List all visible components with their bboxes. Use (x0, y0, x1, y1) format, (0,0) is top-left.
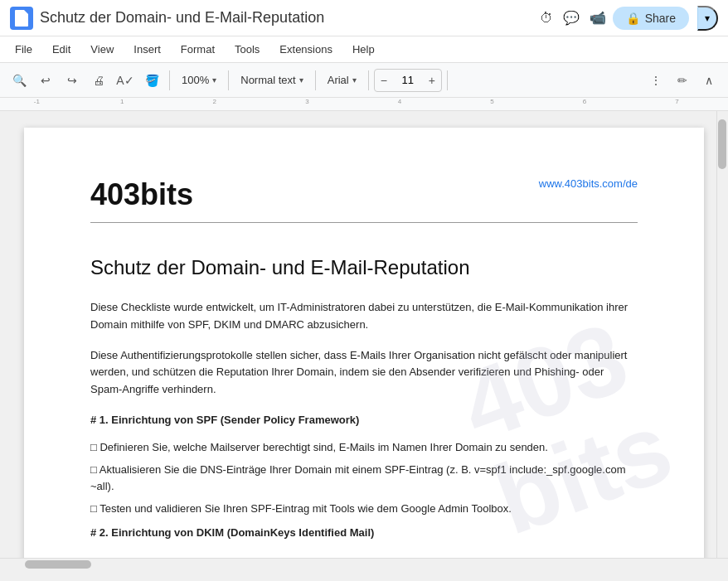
ruler: -1 1 2 3 4 5 6 7 (0, 98, 728, 111)
menu-help[interactable]: Help (344, 40, 383, 59)
ruler-mark-7: 7 (675, 98, 678, 105)
share-label: Share (645, 12, 676, 25)
title-icons: ⏱ 💬 📹 (540, 10, 606, 26)
toolbar-separator-2 (228, 70, 229, 90)
ruler-mark-1: 1 (120, 98, 124, 105)
undo-button[interactable]: ↩ (33, 68, 58, 93)
title-bar: Schutz der Domain- und E-Mail-Reputation… (0, 0, 728, 36)
history-icon[interactable]: ⏱ (540, 11, 553, 26)
more-options-button[interactable]: ⋮ (643, 68, 668, 93)
font-label: Arial (328, 74, 349, 86)
font-size-input[interactable] (393, 74, 423, 86)
ruler-mark-4: 4 (398, 98, 401, 105)
toolbar-separator-1 (169, 70, 170, 90)
ruler-mark-6: 6 (583, 98, 586, 105)
menu-bar: File Edit View Insert Format Tools Exten… (0, 36, 728, 63)
print-button[interactable]: 🖨 (86, 68, 111, 93)
toolbar-separator-5 (447, 70, 448, 90)
collapse-toolbar-button[interactable]: ∧ (696, 68, 721, 93)
spf-item-3-text: □ Testen und validieren Sie Ihren SPF-Ei… (90, 501, 512, 518)
section-2-heading: # 2. Einrichtung von DKIM (DomainKeys Id… (90, 525, 638, 542)
spf-item-2: □ Aktualisieren Sie die DNS-Einträge Ihr… (90, 462, 638, 496)
zoom-dropdown[interactable]: 100% ▾ (175, 68, 223, 93)
style-dropdown[interactable]: Normal text ▾ (234, 68, 309, 93)
menu-edit[interactable]: Edit (44, 40, 79, 59)
chat-icon[interactable]: 💬 (563, 10, 580, 26)
paint-format-button[interactable]: 🪣 (139, 68, 164, 93)
zoom-arrow: ▾ (212, 75, 216, 85)
scrollbar-vertical-thumb[interactable] (718, 119, 726, 169)
ruler-mark-2: 2 (213, 98, 216, 105)
ruler-mark-5: 5 (490, 98, 493, 105)
document-header: 403bits www.403bits.com/de (90, 177, 638, 223)
scrollbar-horizontal[interactable] (0, 558, 728, 569)
menu-format[interactable]: Format (172, 40, 223, 59)
search-toolbar-btn[interactable]: 🔍 (7, 68, 32, 93)
toolbar: 🔍 ↩ ↪ 🖨 A✓ 🪣 100% ▾ Normal text ▾ Arial … (0, 63, 728, 98)
document-link[interactable]: www.403bits.com/de (539, 177, 638, 190)
redo-button[interactable]: ↪ (60, 68, 85, 93)
document-title: Schutz der Domain- und E-Mail-Reputation (40, 9, 533, 27)
spf-item-2-text: □ Aktualisieren Sie die DNS-Einträge Ihr… (90, 462, 638, 496)
scrollbar-horizontal-thumb[interactable] (25, 560, 91, 569)
zoom-value: 100% (182, 74, 209, 86)
document-page: 403bits 403bits www.403bits.com/de Schut… (24, 128, 704, 569)
font-size-decrease-button[interactable]: − (375, 69, 393, 92)
menu-insert[interactable]: Insert (125, 40, 169, 59)
font-arrow: ▾ (352, 75, 357, 85)
ruler-mark-0: -1 (34, 98, 40, 105)
scrollbar-vertical[interactable] (716, 111, 728, 569)
spellcheck-button[interactable]: A✓ (113, 68, 138, 93)
document-body: Diese Checkliste wurde entwickelt, um IT… (90, 299, 638, 542)
spf-item-1-text: □ Definieren Sie, welche Mailserver bere… (90, 439, 548, 457)
menu-file[interactable]: File (7, 40, 41, 59)
paragraph-1: Diese Checkliste wurde entwickelt, um IT… (90, 299, 638, 334)
app-icon (10, 7, 33, 30)
toolbar-separator-4 (368, 70, 369, 90)
document-area: 403bits 403bits www.403bits.com/de Schut… (0, 111, 728, 569)
toolbar-separator-3 (315, 70, 316, 90)
menu-tools[interactable]: Tools (226, 40, 268, 59)
style-arrow: ▾ (299, 75, 303, 85)
share-button[interactable]: 🔒 Share (613, 7, 689, 30)
menu-view[interactable]: View (82, 40, 122, 59)
ruler-mark-3: 3 (305, 98, 308, 105)
style-label: Normal text (240, 74, 295, 86)
font-size-control: − + (374, 69, 442, 92)
paragraph-2: Diese Authentifizierungsprotokolle stell… (90, 347, 638, 399)
font-dropdown[interactable]: Arial ▾ (321, 68, 363, 93)
menu-extensions[interactable]: Extensions (271, 40, 341, 59)
video-icon[interactable]: 📹 (590, 10, 606, 26)
spf-item-3: □ Testen und validieren Sie Ihren SPF-Ei… (90, 501, 638, 518)
lock-icon: 🔒 (626, 12, 640, 25)
ruler-inner: -1 1 2 3 4 5 6 7 (8, 98, 720, 110)
font-size-increase-button[interactable]: + (423, 69, 441, 92)
section-1-heading: # 1. Einrichtung von SPF (Sender Policy … (90, 412, 638, 429)
spf-item-1: □ Definieren Sie, welche Mailserver bere… (90, 439, 638, 457)
document-main-title: Schutz der Domain- und E-Mail-Reputation (90, 256, 638, 279)
brand-name: 403bits (90, 177, 193, 212)
share-dropdown-button[interactable]: ▾ (697, 6, 718, 31)
edit-mode-button[interactable]: ✏ (670, 68, 695, 93)
